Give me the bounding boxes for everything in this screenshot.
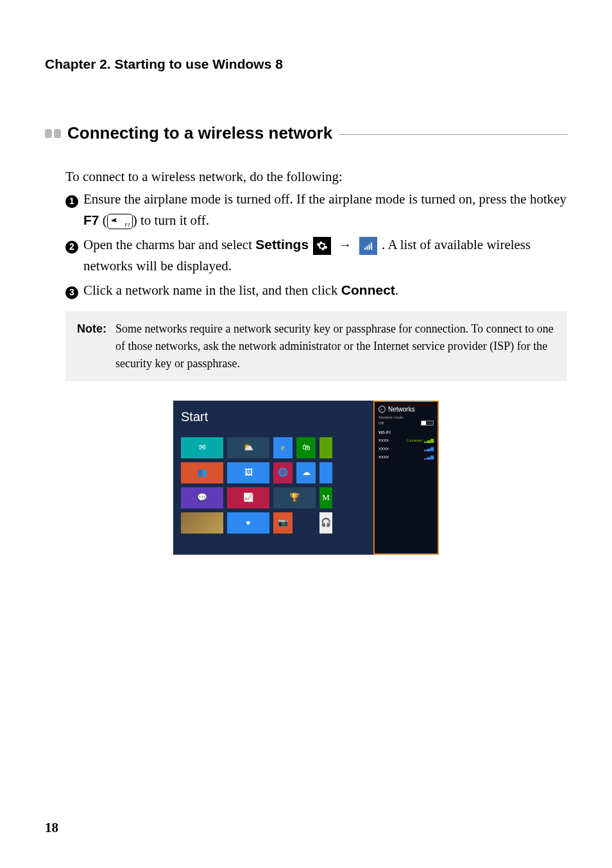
camera-tile: 📷	[273, 512, 293, 534]
svg-rect-1	[366, 246, 368, 250]
step3-post: .	[395, 282, 398, 298]
network-signal-icon	[359, 237, 377, 255]
step-number-3: 3	[65, 282, 83, 300]
networks-panel: ← Networks Airplane mode Off Wi-Fi XXXX …	[373, 401, 439, 555]
ie-tile: e	[273, 437, 293, 458]
off-label: Off	[378, 421, 384, 425]
step-number-2: 2	[65, 236, 83, 255]
desktop-tile	[181, 512, 223, 534]
networks-header: ← Networks	[378, 406, 434, 413]
people-tile: 👥	[181, 462, 223, 483]
weather-tile: ⛅	[227, 437, 269, 458]
svg-rect-3	[371, 243, 372, 250]
chapter-title: Chapter 2. Starting to use Windows 8	[45, 56, 567, 72]
network-name: XXXX	[378, 447, 389, 451]
step-number-1: 1	[65, 191, 83, 209]
step1-post: ) to turn it off.	[133, 213, 209, 228]
signal-icon: ▂▄▆	[424, 455, 434, 460]
wifi-section-label: Wi-Fi	[378, 430, 434, 435]
mail-tile: ✉	[181, 437, 223, 458]
step2-pre: Open the charms bar and select	[83, 237, 255, 252]
svg-rect-0	[364, 248, 366, 250]
tile-grid: ✉ 👥 💬 ⛅ 🖼 📈 ● e 🛍 🌐 ☁ 🏆	[181, 437, 366, 534]
empty-tile	[296, 512, 316, 534]
airplane-icon	[110, 216, 118, 224]
intro-text: To connect to a wireless network, do the…	[65, 169, 567, 185]
network-item: XXXX ▂▄▆	[378, 446, 434, 451]
note-box: Note: Some networks require a network se…	[65, 311, 567, 381]
xbox1-tile	[319, 437, 332, 458]
back-arrow-icon: ←	[378, 406, 386, 413]
finance-tile: 📈	[227, 487, 269, 508]
arrow-icon: →	[339, 237, 352, 252]
maps-tile: 🌐	[273, 462, 293, 483]
toggle-switch	[421, 421, 434, 426]
store-tile: 🛍	[296, 437, 316, 458]
photos-tile: 🖼	[227, 462, 269, 483]
section-rule	[339, 134, 567, 135]
f7-key-icon: F7	[107, 214, 133, 229]
connect-label: Connect	[341, 282, 395, 297]
hotkey-label: F7	[83, 213, 99, 227]
start-label: Start	[181, 410, 366, 424]
note-label: Note:	[77, 322, 106, 335]
sports-tile: 🏆	[273, 487, 316, 508]
signal-icon: ▂▄▆	[424, 438, 434, 443]
xbox2-tile	[319, 462, 332, 483]
step-2: 2 Open the charms bar and select Setting…	[65, 234, 567, 276]
messaging-tile: 💬	[181, 487, 223, 508]
open-paren: (	[103, 213, 107, 228]
settings-label: Settings	[255, 237, 309, 252]
network-item: XXXX ▂▄▆	[378, 455, 434, 460]
signal-icon: ▂▄▆	[424, 446, 434, 451]
steps-list: 1 Ensure the airplane mode is turned off…	[65, 189, 567, 301]
connected-status: Connected	[407, 438, 422, 442]
xbox4-tile: 🎧	[319, 512, 332, 534]
section-heading: Connecting to a wireless network	[45, 123, 567, 143]
start-screen: Start ✉ 👥 💬 ⛅ 🖼 📈 ● e 🛍 🌐	[173, 401, 373, 555]
svg-rect-2	[368, 245, 370, 250]
step-3: 3 Click a network name in the list, and …	[65, 280, 567, 301]
networks-title: Networks	[388, 406, 415, 413]
step1-pre: Ensure the airplane mode is turned off. …	[83, 191, 566, 207]
section-title: Connecting to a wireless network	[67, 123, 332, 143]
network-name: XXXX	[378, 438, 389, 442]
network-item: XXXX Connected▂▄▆	[378, 438, 434, 443]
page-number: 18	[45, 820, 58, 836]
screenshot-image: Start ✉ 👥 💬 ⛅ 🖼 📈 ● e 🛍 🌐	[173, 401, 439, 555]
settings-gear-icon	[313, 237, 331, 255]
step3-pre: Click a network name in the list, and th…	[83, 282, 341, 298]
xbox3-tile: M	[319, 487, 332, 508]
note-body: Some networks require a network security…	[115, 320, 556, 372]
video-tile: ●	[227, 512, 269, 534]
section-bullets-icon	[45, 129, 61, 138]
f7-key-text: F7	[125, 223, 130, 227]
airplane-mode-label: Airplane mode	[378, 415, 434, 419]
network-name: XXXX	[378, 455, 389, 459]
step-1: 1 Ensure the airplane mode is turned off…	[65, 189, 567, 230]
airplane-toggle-row: Off	[378, 421, 434, 426]
skydrive-tile: ☁	[296, 462, 316, 483]
